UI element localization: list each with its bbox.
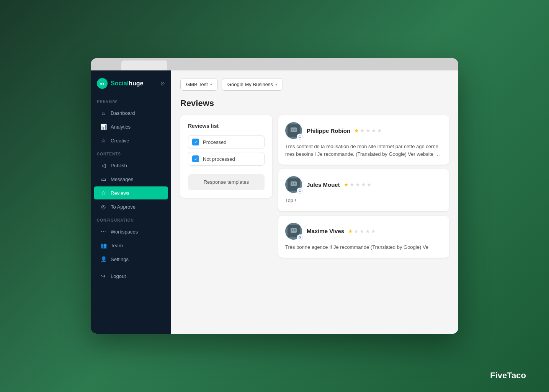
left-panel: Reviews list ✓ Processed ✓ Not processe: [180, 115, 272, 258]
sidebar-label-team: Team: [111, 243, 123, 248]
review-card-3: G Maxime Vives ★ ★ ★ ★ ★: [278, 216, 449, 258]
stars-1: ★ ★ ★ ★ ★: [354, 127, 382, 134]
sidebar-label-to-approve: To Approve: [111, 204, 136, 210]
reviewer-info-1: Philippe Robion ★ ★ ★ ★ ★: [307, 127, 382, 134]
star-2-3: ★: [355, 181, 360, 188]
section-label-contents: CONTENTS: [91, 147, 171, 158]
star-2-5: ★: [367, 181, 372, 188]
review-header-2: G Jules Mouet ★ ★ ★ ★ ★: [285, 176, 442, 193]
star-3-3: ★: [359, 228, 364, 234]
footer-brand: FiveTaco: [490, 371, 526, 381]
logo-text: Socialhuge: [111, 80, 143, 87]
star-3-5: ★: [371, 228, 376, 234]
stars-3: ★ ★ ★ ★ ★: [348, 228, 376, 234]
star-2-4: ★: [361, 181, 366, 188]
svg-rect-7: [292, 229, 293, 231]
sidebar-label-dashboard: Dashboard: [111, 110, 135, 116]
browser-tabs: [91, 58, 458, 70]
sidebar-label-workspaces: Workspaces: [111, 229, 138, 235]
analytics-icon: 📊: [100, 124, 107, 130]
review-header-3: G Maxime Vives ★ ★ ★ ★ ★: [285, 223, 442, 240]
sidebar-item-to-approve[interactable]: ◎ To Approve: [94, 200, 168, 213]
svg-rect-0: [291, 127, 297, 132]
processed-checkbox[interactable]: ✓: [192, 139, 199, 145]
reviews-list: G Philippe Robion ★ ★ ★ ★ ★: [278, 115, 449, 258]
person-icon: 👤: [100, 256, 107, 262]
star-outline-icon: ☆: [100, 137, 107, 144]
svg-rect-8: [294, 229, 296, 231]
platform-chevron: ▾: [275, 82, 277, 87]
workspace-label: GMB Test: [186, 82, 208, 87]
star-1-5: ★: [377, 127, 382, 134]
sidebar-item-workspaces[interactable]: ⋯ Workspaces: [94, 225, 168, 238]
reviewer-info-3: Maxime Vives ★ ★ ★ ★ ★: [307, 228, 376, 234]
platform-dropdown[interactable]: Google My Business ▾: [222, 78, 283, 91]
avatar-3: G: [285, 223, 302, 240]
stars-2: ★ ★ ★ ★ ★: [344, 181, 372, 188]
svg-rect-3: [291, 181, 297, 186]
google-badge-2: G: [297, 188, 303, 194]
home-icon: ⌂: [100, 110, 107, 116]
svg-rect-2: [294, 129, 296, 131]
svg-rect-5: [294, 183, 296, 185]
star-1-1: ★: [354, 127, 359, 134]
filter-item-not-processed[interactable]: ✓ Not processed: [188, 152, 265, 166]
google-badge-3: G: [297, 234, 303, 240]
settings-icon[interactable]: ⊙: [160, 80, 165, 87]
reviewer-name-1: Philippe Robion: [307, 127, 350, 134]
browser-content: ●● Socialhuge ⊙ PREVIEW ⌂ Dashboard 📊 An…: [91, 70, 458, 334]
sidebar-item-creative[interactable]: ☆ Creative: [94, 134, 168, 147]
svg-rect-4: [292, 183, 293, 185]
browser-tab[interactable]: [121, 60, 167, 70]
checkmark-icon: ✓: [194, 140, 198, 145]
sidebar-item-reviews[interactable]: ☆ Reviews: [94, 186, 168, 199]
checkmark-icon-2: ✓: [194, 157, 198, 162]
logout-icon: ↪: [100, 273, 107, 279]
svg-rect-6: [291, 228, 297, 233]
filter-item-processed[interactable]: ✓ Processed: [188, 135, 265, 149]
sidebar-logo: ●● Socialhuge ⊙: [91, 70, 171, 95]
section-label-preview: PREVIEW: [91, 95, 171, 106]
sidebar-item-logout[interactable]: ↪ Logout: [94, 270, 168, 283]
review-text-3: Très bonne agence !! Je recommande (Tran…: [285, 243, 442, 251]
response-templates-button[interactable]: Response templates: [188, 174, 265, 190]
top-bar: GMB Test ▾ Google My Business ▾: [180, 78, 449, 91]
sidebar: ●● Socialhuge ⊙ PREVIEW ⌂ Dashboard 📊 An…: [91, 70, 171, 334]
platform-label: Google My Business: [227, 82, 273, 87]
sidebar-item-messages[interactable]: ▭ Messages: [94, 173, 168, 186]
star-3-2: ★: [354, 228, 359, 234]
publish-icon: ◁: [100, 162, 107, 168]
sidebar-label-reviews: Reviews: [111, 190, 129, 196]
svg-rect-1: [292, 129, 293, 131]
logo-icon: ●●: [97, 78, 108, 89]
review-text-2: Top !: [285, 197, 442, 204]
star-1-2: ★: [360, 127, 365, 134]
sidebar-label-analytics: Analytics: [111, 124, 131, 130]
content-grid: Reviews list ✓ Processed ✓ Not processe: [180, 115, 449, 258]
sidebar-item-dashboard[interactable]: ⌂ Dashboard: [94, 106, 168, 119]
workspaces-icon: ⋯: [100, 229, 107, 235]
sidebar-item-analytics[interactable]: 📊 Analytics: [94, 120, 168, 133]
workspace-dropdown[interactable]: GMB Test ▾: [180, 78, 218, 91]
reviewer-info-2: Jules Mouet ★ ★ ★ ★ ★: [307, 181, 372, 188]
sidebar-item-publish[interactable]: ◁ Publish: [94, 159, 168, 172]
team-icon: 👥: [100, 242, 107, 248]
avatar-icon-3: [290, 227, 297, 235]
star-3-4: ★: [365, 228, 370, 234]
filter-label-processed: Processed: [203, 139, 226, 145]
workspace-chevron: ▾: [210, 82, 212, 87]
reviews-icon: ☆: [100, 190, 107, 196]
not-processed-checkbox[interactable]: ✓: [192, 155, 199, 162]
sidebar-label-messages: Messages: [111, 176, 133, 182]
sidebar-label-settings: Settings: [111, 256, 129, 262]
reviewer-name-2: Jules Mouet: [307, 181, 340, 188]
logo-prefix: Social: [111, 80, 129, 87]
star-2-2: ★: [350, 181, 355, 188]
avatar-1: G: [285, 122, 302, 139]
sidebar-item-team[interactable]: 👥 Team: [94, 239, 168, 252]
main-content: GMB Test ▾ Google My Business ▾ Reviews …: [171, 70, 458, 334]
sidebar-item-settings[interactable]: 👤 Settings: [94, 253, 168, 266]
browser-window: ●● Socialhuge ⊙ PREVIEW ⌂ Dashboard 📊 An…: [91, 58, 458, 334]
messages-icon: ▭: [100, 176, 107, 182]
review-card-2: G Jules Mouet ★ ★ ★ ★ ★: [278, 169, 449, 211]
